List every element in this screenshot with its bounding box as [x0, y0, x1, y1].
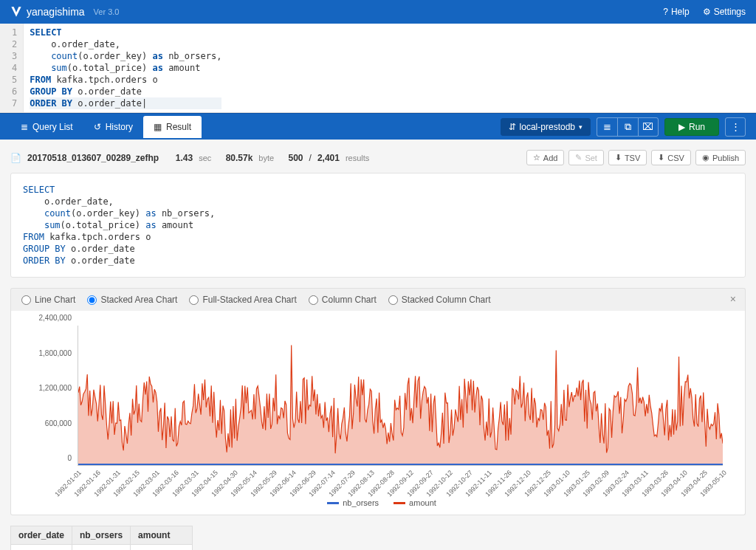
query-display-panel: SELECT o.order_date, count(o.order_key) … [10, 173, 746, 278]
list-icon: ≣ [603, 121, 611, 132]
chart-type-stacked-column[interactable]: Stacked Column Chart [388, 295, 491, 305]
results-total: 2,401 [317, 153, 340, 163]
help-icon: ? [663, 7, 668, 17]
set-label-button[interactable]: ✎ Set [568, 150, 604, 165]
sitemap-icon: ⇵ [509, 122, 516, 132]
chart-type-bar: Line Chart Stacked Area Chart Full-Stack… [10, 288, 746, 311]
more-menu-button[interactable]: ⋮ [725, 117, 746, 137]
app-name: yanagishima [27, 6, 85, 18]
table-row: 1992-01-0191359507.29 [11, 545, 193, 551]
add-bookmark-button[interactable]: ☆ Add [526, 150, 565, 165]
chart-type-column[interactable]: Column Chart [309, 295, 377, 305]
app-logo: yanagishima Ver 3.0 [10, 6, 119, 18]
download-csv-button[interactable]: ⬇ CSV [651, 150, 691, 165]
chart-type-stacked-area[interactable]: Stacked Area Chart [87, 295, 177, 305]
tab-bar: ≣ Query List ↺ History ▦ Result ⇵ local-… [0, 113, 756, 140]
play-icon: ▶ [678, 122, 685, 132]
pencil-icon: ✎ [575, 153, 582, 162]
chart-svg [78, 326, 723, 465]
chart-type-line[interactable]: Line Chart [21, 295, 75, 305]
menu-icon: ⋮ [731, 121, 740, 132]
chart-type-full-stacked[interactable]: Full-Stacked Area Chart [189, 295, 296, 305]
chart-y-axis: 0600,0001,200,0001,800,0002,400,000 [33, 326, 75, 466]
chart-x-axis: 1992-01-011992-01-161992-01-311992-02-15… [78, 466, 723, 495]
chart-area: 0600,0001,200,0001,800,0002,400,000 1992… [33, 326, 730, 495]
legend-nb-orsers: nb_orsers [327, 498, 379, 507]
copy-button[interactable]: ⧉ [617, 117, 638, 137]
sql-editor[interactable]: 1 2 3 4 5 6 7 SELECT o.order_date, count… [0, 24, 756, 113]
file-icon: 📄 [10, 153, 21, 163]
legend-amount: amount [394, 498, 436, 507]
legend-swatch-2 [394, 502, 405, 504]
chart-legend: nb_orsers amount [33, 498, 730, 507]
size-value: 80.57k [226, 153, 253, 163]
legend-swatch-1 [327, 502, 339, 504]
query-text: SELECT o.order_date, count(o.order_key) … [23, 184, 733, 267]
gear-icon: ⚙ [703, 7, 711, 17]
results-table: order_date nb_orsers amount 1992-01-0191… [10, 526, 193, 550]
settings-link[interactable]: ⚙ Settings [703, 7, 746, 17]
download-icon: ⬇ [658, 153, 664, 162]
grid-icon: ▦ [154, 122, 162, 132]
app-header: yanagishima Ver 3.0 ? Help ⚙ Settings [0, 0, 756, 24]
editor-code[interactable]: SELECT o.order_date, count(o.order_key) … [24, 24, 227, 112]
erase-icon: ⌧ [642, 121, 653, 132]
publish-button[interactable]: ◉ Publish [695, 150, 746, 165]
editor-gutter: 1 2 3 4 5 6 7 [0, 24, 24, 112]
format-button[interactable]: ≣ [597, 117, 617, 137]
col-order-date: order_date [11, 526, 72, 545]
tab-query-list[interactable]: ≣ Query List [10, 116, 83, 138]
elapsed-value: 1.43 [176, 153, 193, 163]
list-icon: ≣ [21, 122, 28, 132]
download-icon: ⬇ [615, 153, 622, 162]
chart-panel: 0600,0001,200,0001,800,0002,400,000 1992… [10, 311, 746, 515]
chart-plot [78, 326, 723, 466]
help-link[interactable]: ? Help [663, 7, 689, 17]
query-id: 20170518_013607_00289_zefhp [27, 153, 159, 163]
tab-history[interactable]: ↺ History [83, 116, 143, 138]
col-amount: amount [131, 526, 193, 545]
close-chart-button[interactable]: × [730, 293, 736, 305]
globe-icon: ◉ [702, 153, 709, 162]
col-nb-orsers: nb_orsers [72, 526, 131, 545]
history-icon: ↺ [94, 122, 101, 132]
logo-icon [10, 6, 22, 18]
result-info-bar: 📄 20170518_013607_00289_zefhp 1.43 sec 8… [10, 150, 746, 165]
results-shown: 500 [289, 153, 303, 163]
star-icon: ☆ [533, 153, 540, 162]
copy-icon: ⧉ [625, 121, 631, 133]
datasource-selector[interactable]: ⇵ local-prestodb [501, 118, 591, 136]
clear-button[interactable]: ⌧ [638, 117, 659, 137]
download-tsv-button[interactable]: ⬇ TSV [608, 150, 647, 165]
run-button[interactable]: ▶ Run [664, 118, 719, 136]
tab-result[interactable]: ▦ Result [143, 116, 202, 138]
app-version: Ver 3.0 [94, 7, 120, 16]
